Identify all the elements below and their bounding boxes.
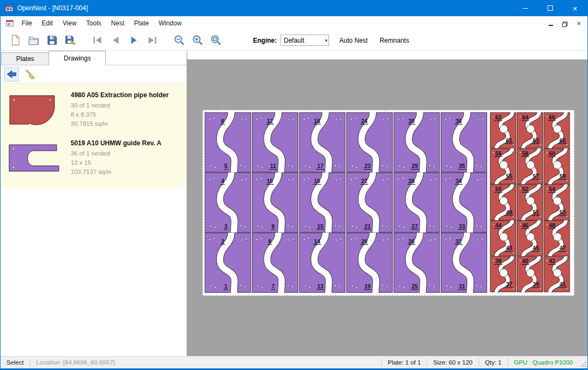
- menu-view[interactable]: View: [58, 16, 81, 30]
- maximize-button[interactable]: [538, 0, 563, 16]
- red-part-pair[interactable]: 5453: [544, 184, 570, 220]
- status-bar: Select Location: [84.8696, 60.6957] Plat…: [1, 356, 587, 368]
- red-part-pair[interactable]: 6261: [490, 112, 516, 149]
- purple-part-pair[interactable]: 87: [252, 233, 298, 293]
- purple-part-pair[interactable]: 43: [205, 172, 251, 232]
- purple-part-pair[interactable]: 2827: [394, 172, 440, 232]
- svg-text:41: 41: [559, 281, 566, 287]
- purple-part-pair[interactable]: 2625: [394, 233, 440, 293]
- new-button[interactable]: [6, 32, 24, 49]
- svg-text:2: 2: [221, 239, 224, 245]
- menu-plate[interactable]: Plate: [129, 16, 154, 30]
- app-window: OpenNest - [N0317-004] × FileEditViewToo…: [0, 0, 588, 370]
- save-button[interactable]: [43, 32, 61, 49]
- mdi-close-button[interactable]: ×: [573, 19, 584, 28]
- purple-part-pair[interactable]: 21: [205, 233, 251, 293]
- red-part-pair[interactable]: 5049: [490, 184, 516, 220]
- broom-icon: [24, 69, 36, 80]
- minimize-button[interactable]: [513, 0, 538, 16]
- save-as-button[interactable]: [61, 32, 79, 49]
- svg-text:17: 17: [317, 163, 324, 169]
- import-drawing-button[interactable]: [4, 67, 19, 82]
- zoom-in-icon: [192, 34, 204, 46]
- zoom-in-button[interactable]: [188, 32, 207, 49]
- svg-text:48: 48: [549, 223, 555, 228]
- purple-part-pair[interactable]: 1211: [252, 112, 298, 172]
- svg-text:22: 22: [361, 178, 367, 184]
- purple-part-pair[interactable]: 2423: [346, 112, 392, 172]
- drawing-item[interactable]: 5019 A10 UHMW guide Rev. A 36 of 1 neste…: [1, 134, 187, 182]
- save-as-icon: [64, 34, 77, 46]
- red-part-pair[interactable]: 3837: [490, 256, 516, 292]
- svg-text:66: 66: [549, 115, 555, 120]
- svg-text:61: 61: [506, 138, 512, 144]
- mdi-restore-button[interactable]: [559, 19, 570, 28]
- drawing-area: 30.7815 sq/in: [71, 119, 169, 129]
- remnants-button[interactable]: Remnants: [374, 30, 415, 50]
- menu-nest[interactable]: Nest: [106, 16, 129, 30]
- engine-label: Engine:: [253, 37, 277, 44]
- red-part-pair[interactable]: 4241: [544, 256, 570, 292]
- tab-plates[interactable]: Plates: [1, 52, 49, 65]
- title-bar: OpenNest - [N0317-004] ×: [1, 0, 587, 16]
- last-plate-button[interactable]: [143, 32, 161, 49]
- svg-text:52: 52: [522, 186, 529, 192]
- red-part-pair[interactable]: 4847: [544, 220, 570, 257]
- red-part-pair[interactable]: 4443: [490, 220, 516, 257]
- previous-plate-button[interactable]: [106, 32, 125, 49]
- open-button[interactable]: [24, 32, 43, 49]
- svg-text:42: 42: [549, 258, 555, 264]
- red-part-pair[interactable]: 4645: [517, 220, 543, 257]
- purple-part-pair[interactable]: 65: [205, 112, 251, 172]
- svg-text:29: 29: [412, 163, 418, 169]
- svg-text:31: 31: [459, 284, 465, 290]
- svg-text:23: 23: [364, 163, 371, 169]
- zoom-out-icon: [173, 34, 186, 46]
- drawings-toolbar: [1, 65, 187, 84]
- resize-grip[interactable]: [579, 356, 587, 368]
- close-button[interactable]: ×: [563, 0, 587, 16]
- engine-dropdown[interactable]: Default ▾: [281, 35, 329, 46]
- purple-part-pair[interactable]: 3231: [441, 233, 487, 293]
- purple-part-pair[interactable]: 2019: [346, 233, 392, 293]
- clear-drawings-button[interactable]: [23, 67, 37, 82]
- svg-text:46: 46: [522, 223, 529, 228]
- purple-part-pair[interactable]: 3029: [394, 112, 440, 172]
- zoom-fit-button[interactable]: [207, 32, 225, 49]
- svg-text:26: 26: [408, 239, 415, 245]
- svg-text:65: 65: [559, 138, 566, 144]
- plate[interactable]: 6512111817242330293635431091615222128273…: [202, 110, 575, 296]
- red-part-pair[interactable]: 6665: [544, 112, 570, 149]
- drawing-item[interactable]: 4980 A05 Extraction pipe holder 30 of 1 …: [1, 86, 187, 134]
- purple-part-pair[interactable]: 1615: [299, 172, 345, 232]
- purple-part-pair[interactable]: 1413: [299, 233, 345, 293]
- svg-text:21: 21: [364, 224, 371, 230]
- purple-part-pair[interactable]: 3433: [441, 172, 487, 232]
- next-plate-button[interactable]: [125, 32, 143, 49]
- engine-value: Default: [284, 37, 304, 44]
- svg-text:6: 6: [221, 118, 224, 124]
- mdi-minimize-button[interactable]: [545, 19, 556, 28]
- svg-text:12: 12: [266, 118, 273, 124]
- menu-edit[interactable]: Edit: [37, 16, 58, 30]
- purple-part-pair[interactable]: 1817: [299, 112, 345, 172]
- nest-canvas[interactable]: 6512111817242330293635431091615222128273…: [187, 51, 587, 356]
- red-part-pair[interactable]: 6463: [517, 112, 543, 149]
- mdi-child-icon[interactable]: [6, 20, 13, 26]
- menu-window[interactable]: Window: [154, 16, 187, 30]
- red-part-pair[interactable]: 5857: [517, 149, 543, 185]
- menu-file[interactable]: File: [17, 16, 37, 30]
- purple-part-pair[interactable]: 2221: [346, 172, 392, 232]
- first-plate-button[interactable]: [88, 32, 106, 49]
- red-part-pair[interactable]: 5655: [490, 149, 516, 185]
- red-part-pair[interactable]: 4039: [517, 256, 543, 292]
- purple-part-pair[interactable]: 109: [252, 172, 298, 232]
- svg-text:20: 20: [361, 239, 367, 245]
- tab-drawings[interactable]: Drawings: [49, 51, 106, 65]
- menu-tools[interactable]: Tools: [81, 16, 106, 30]
- red-part-pair[interactable]: 5251: [517, 184, 543, 220]
- zoom-out-button[interactable]: [170, 32, 188, 49]
- purple-part-pair[interactable]: 3635: [441, 112, 487, 172]
- auto-nest-button[interactable]: Auto Nest: [333, 30, 374, 50]
- red-part-pair[interactable]: 6059: [544, 149, 570, 185]
